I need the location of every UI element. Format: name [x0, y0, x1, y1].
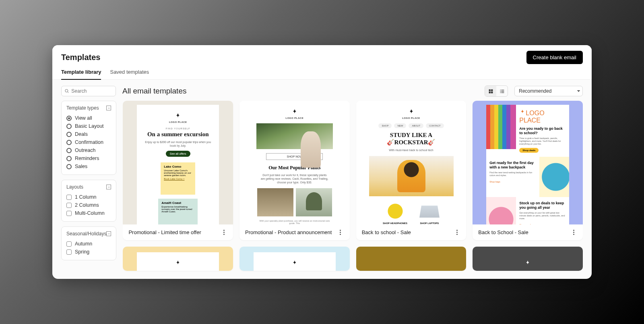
radio-icon: [66, 116, 72, 121]
template-title: Back to school - Sale: [362, 229, 411, 235]
filter-layouts: Layouts − 1 Column 2 Columns Multi-Colum…: [61, 180, 116, 222]
filter-title-layouts: Layouts: [66, 184, 83, 190]
template-thumbnail: LOGO PLACE SHOP NEW ABOUT CONTACT STUDY …: [356, 101, 466, 224]
tab-saved-templates[interactable]: Saved templates: [110, 69, 149, 79]
type-outreach[interactable]: Outreach: [66, 146, 111, 154]
template-card[interactable]: LOGO PLACE SHOP NEW ABOUT CONTACT STUDY …: [356, 101, 466, 240]
filter-template-types: Template types − View all Basic Layout D…: [61, 101, 116, 175]
type-basic-layout[interactable]: Basic Layout: [66, 122, 111, 130]
logo-icon: [524, 260, 531, 268]
radio-icon: [66, 164, 72, 169]
seasonal-autumn[interactable]: Autumn: [66, 240, 111, 248]
collapse-icon[interactable]: −: [106, 185, 111, 189]
logo-icon: [291, 260, 298, 268]
template-thumbnail: [123, 247, 233, 271]
template-card[interactable]: [473, 247, 583, 271]
logo-icon: LOGO PLACE: [519, 109, 566, 124]
template-card[interactable]: [123, 247, 233, 271]
seasonal-spring[interactable]: Spring: [66, 248, 111, 256]
card-menu-button[interactable]: [570, 230, 577, 235]
logo-icon: LOGO PLACE: [286, 108, 304, 119]
radio-icon: [66, 140, 72, 145]
filter-seasonal: Seasonal/Holidays − Autumn Spring: [61, 226, 116, 260]
logo-icon: LOGO PLACE: [169, 112, 187, 123]
checkbox-icon: [66, 211, 72, 216]
tab-template-library[interactable]: Template library: [61, 69, 101, 80]
list-icon: [500, 89, 505, 94]
radio-icon: [66, 124, 72, 129]
type-deals[interactable]: Deals: [66, 130, 111, 138]
tabs: Template library Saved templates: [52, 64, 592, 80]
collapse-icon[interactable]: −: [106, 231, 111, 236]
filter-title-types: Template types: [66, 105, 99, 111]
checkbox-icon: [66, 249, 72, 255]
layout-multi-column[interactable]: Multi-Column: [66, 209, 111, 217]
template-card[interactable]: LOGO PLACE SHOP NOW Our Most Popular Pla…: [239, 101, 350, 240]
card-menu-button[interactable]: [220, 230, 227, 235]
template-thumbnail: LOGO PLACE Are you ready to go back to s…: [473, 101, 583, 224]
checkbox-icon: [66, 241, 72, 247]
app-window: Templates Create blank email Template li…: [52, 45, 592, 279]
sort-select[interactable]: Recommended: [514, 86, 583, 96]
template-card[interactable]: LOGO PLACE Are you ready to go back to s…: [473, 101, 583, 240]
filter-title-seasonal: Seasonal/Holidays: [66, 231, 106, 237]
layout-1-column[interactable]: 1 Column: [66, 193, 111, 201]
template-card[interactable]: [239, 247, 350, 271]
list-view-button[interactable]: [496, 86, 508, 96]
type-confirmation[interactable]: Confirmation: [66, 138, 111, 146]
header: Templates Create blank email: [52, 45, 592, 64]
main-body: Template types − View all Basic Layout D…: [52, 101, 592, 279]
radio-icon: [66, 148, 72, 153]
search-box[interactable]: [61, 86, 116, 96]
grid-view-button[interactable]: [485, 86, 496, 96]
type-view-all[interactable]: View all: [66, 114, 111, 122]
template-thumbnail: LOGO PLACE SHOP NOW Our Most Popular Pla…: [239, 101, 350, 224]
radio-icon: [66, 156, 72, 161]
view-toggle: [485, 85, 508, 97]
logo-icon: LOGO PLACE: [402, 108, 420, 119]
page-title: Templates: [61, 53, 100, 62]
type-reminders[interactable]: Reminders: [66, 154, 111, 162]
collapse-icon[interactable]: −: [106, 106, 111, 110]
search-icon: [65, 89, 69, 93]
filters-sidebar: Template types − View all Basic Layout D…: [61, 101, 116, 279]
template-card[interactable]: LOGO PLACE FIND YOURSELF On a summer exc…: [123, 101, 233, 240]
card-menu-button[interactable]: [453, 230, 460, 235]
template-thumbnail: [356, 247, 466, 271]
type-sales[interactable]: Sales: [66, 162, 111, 170]
template-title: Promotional - Product announcement: [245, 229, 332, 235]
create-blank-email-button[interactable]: Create blank email: [526, 51, 583, 64]
checkbox-icon: [66, 195, 72, 200]
template-card[interactable]: [356, 247, 466, 271]
templates-heading: All email templates: [122, 87, 478, 96]
toolbar: All email templates Recommended: [52, 80, 592, 101]
templates-grid: LOGO PLACE FIND YOURSELF On a summer exc…: [123, 101, 583, 279]
template-thumbnail: LOGO PLACE FIND YOURSELF On a summer exc…: [123, 101, 233, 224]
checkbox-icon: [66, 203, 72, 208]
template-title: Back to School - Sale: [478, 229, 528, 235]
template-thumbnail: [239, 247, 350, 271]
radio-icon: [66, 132, 72, 137]
search-input[interactable]: [71, 88, 112, 94]
template-thumbnail: [473, 247, 583, 271]
layout-2-columns[interactable]: 2 Columns: [66, 201, 111, 209]
template-title: Promotional - Limited time offer: [128, 229, 201, 235]
logo-icon: [174, 260, 182, 268]
card-menu-button[interactable]: [337, 230, 344, 235]
grid-icon: [488, 89, 493, 94]
